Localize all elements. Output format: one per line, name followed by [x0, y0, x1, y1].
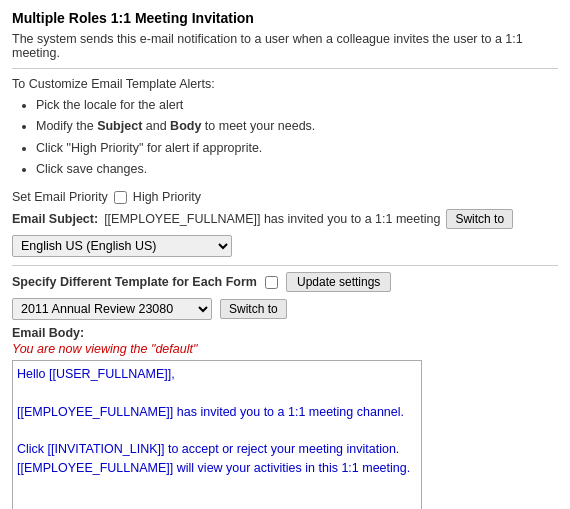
page-title: Multiple Roles 1:1 Meeting Invitation — [12, 10, 558, 26]
form-select-row: 2011 Annual Review 23080 Switch to — [12, 298, 558, 320]
viewing-default-text: You are now viewing the "default" — [12, 342, 558, 356]
locale-row: English US (English US) — [12, 235, 558, 257]
customize-item-2: Modify the Subject and Body to meet your… — [36, 116, 558, 137]
customize-item-3: Click "High Priority" for alert if appro… — [36, 138, 558, 159]
customize-section: To Customize Email Template Alerts: Pick… — [12, 77, 558, 180]
email-subject-label: Email Subject: — [12, 212, 98, 226]
customize-item-4: Click save changes. — [36, 159, 558, 180]
priority-row: Set Email Priority High Priority — [12, 190, 558, 204]
locale-select[interactable]: English US (English US) — [12, 235, 232, 257]
intro-text: The system sends this e-mail notificatio… — [12, 32, 558, 69]
customize-title: To Customize Email Template Alerts: — [12, 77, 558, 91]
customize-list: Pick the locale for the alert Modify the… — [36, 95, 558, 180]
customize-item-1: Pick the locale for the alert — [36, 95, 558, 116]
switch-to-button-2[interactable]: Switch to — [220, 299, 287, 319]
form-select[interactable]: 2011 Annual Review 23080 — [12, 298, 212, 320]
specify-template-label: Specify Different Template for Each Form — [12, 275, 257, 289]
divider-1 — [12, 265, 558, 266]
email-subject-value: [[EMPLOYEE_FULLNAME]] has invited you to… — [104, 212, 440, 226]
template-row: Specify Different Template for Each Form… — [12, 272, 558, 292]
email-body-label: Email Body: — [12, 326, 558, 340]
high-priority-checkbox[interactable] — [114, 191, 127, 204]
email-body-textarea[interactable] — [12, 360, 422, 509]
switch-to-button-1[interactable]: Switch to — [446, 209, 513, 229]
email-subject-row: Email Subject: [[EMPLOYEE_FULLNAME]] has… — [12, 209, 558, 229]
priority-label: Set Email Priority — [12, 190, 108, 204]
high-priority-label: High Priority — [133, 190, 201, 204]
specify-template-checkbox[interactable] — [265, 276, 278, 289]
update-settings-button[interactable]: Update settings — [286, 272, 391, 292]
